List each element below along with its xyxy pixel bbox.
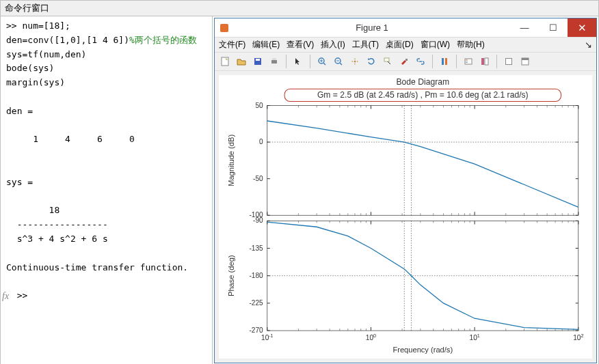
pointer-icon[interactable] bbox=[291, 54, 306, 69]
matlab-icon bbox=[219, 23, 230, 33]
minimize-button[interactable]: — bbox=[510, 18, 539, 37]
figure-titlebar[interactable]: Figure 1 — ☐ ✕ bbox=[215, 18, 596, 38]
zoom-in-icon[interactable] bbox=[315, 54, 330, 69]
hide-plot-tools-icon[interactable] bbox=[477, 54, 492, 69]
open-icon[interactable] bbox=[234, 54, 249, 69]
maximize-button[interactable]: ☐ bbox=[539, 18, 568, 37]
menu-tools[interactable]: 工具(T) bbox=[352, 39, 379, 51]
svg-text:102: 102 bbox=[573, 333, 583, 341]
svg-point-13 bbox=[354, 61, 356, 63]
svg-rect-18 bbox=[445, 58, 447, 65]
svg-text:0: 0 bbox=[259, 138, 263, 145]
console-output: ----------------- bbox=[6, 219, 108, 229]
fx-prompt-icon: fx bbox=[2, 289, 9, 304]
svg-rect-1 bbox=[222, 57, 228, 66]
svg-rect-17 bbox=[442, 58, 444, 65]
command-window[interactable]: >> num=[18]; den=conv([1,0],[1 4 6])%两个括… bbox=[1, 16, 213, 364]
link-icon[interactable] bbox=[413, 54, 428, 69]
plot-canvas[interactable]: Bode DiagramGm = 2.5 dB (at 2.45 rad/s) … bbox=[219, 75, 592, 359]
svg-text:Frequency  (rad/s): Frequency (rad/s) bbox=[392, 346, 453, 354]
svg-rect-0 bbox=[220, 24, 228, 32]
plot-container: Bode DiagramGm = 2.5 dB (at 2.45 rad/s) … bbox=[215, 71, 596, 363]
svg-rect-14 bbox=[384, 58, 389, 61]
rotate-icon[interactable] bbox=[364, 54, 379, 69]
toolbar bbox=[215, 53, 596, 71]
menu-edit[interactable]: 编辑(E) bbox=[252, 39, 280, 51]
svg-text:100: 100 bbox=[366, 333, 376, 341]
insert-colorbar-icon[interactable] bbox=[437, 54, 452, 69]
svg-rect-23 bbox=[485, 58, 488, 65]
menu-dock-icon[interactable]: ↘ bbox=[585, 40, 592, 50]
insert-legend-icon[interactable] bbox=[461, 54, 476, 69]
svg-text:Gm = 2.5 dB (at 2.45 rad/s) , : Gm = 2.5 dB (at 2.45 rad/s) , Pm = 10.6 … bbox=[317, 90, 529, 100]
svg-rect-19 bbox=[465, 59, 472, 64]
console-prompt: >> bbox=[17, 290, 28, 300]
close-button[interactable]: ✕ bbox=[568, 18, 596, 37]
svg-text:-50: -50 bbox=[253, 175, 263, 182]
zoom-out-icon[interactable] bbox=[331, 54, 346, 69]
svg-text:50: 50 bbox=[255, 102, 263, 109]
svg-text:Phase (deg): Phase (deg) bbox=[227, 255, 235, 296]
svg-text:Bode Diagram: Bode Diagram bbox=[397, 77, 450, 87]
svg-text:-180: -180 bbox=[249, 272, 263, 279]
svg-text:-90: -90 bbox=[253, 216, 263, 224]
new-figure-icon[interactable] bbox=[217, 54, 232, 69]
svg-text:-135: -135 bbox=[249, 244, 263, 252]
console-line: >> num=[18]; bbox=[6, 20, 70, 31]
svg-rect-31 bbox=[267, 105, 578, 215]
menu-help[interactable]: 帮助(H) bbox=[457, 39, 485, 51]
svg-line-7 bbox=[323, 63, 325, 65]
dock-figure-icon[interactable] bbox=[518, 54, 533, 69]
svg-text:10-1: 10-1 bbox=[261, 333, 274, 341]
menu-file[interactable]: 文件(F) bbox=[219, 39, 245, 51]
console-line: bode(sys) bbox=[6, 63, 54, 73]
console-output: sys = bbox=[6, 177, 33, 187]
show-plot-tools-icon[interactable] bbox=[501, 54, 516, 69]
figure-window: Figure 1 — ☐ ✕ 文件(F) 编辑(E) 查看(V) 插入(I) 工… bbox=[214, 18, 597, 363]
main-split: >> num=[18]; den=conv([1,0],[1 4 6])%两个括… bbox=[0, 16, 599, 364]
command-window-title: 命令行窗口 bbox=[0, 0, 599, 16]
svg-rect-4 bbox=[271, 60, 277, 64]
console-output: den = bbox=[6, 106, 33, 116]
svg-line-11 bbox=[340, 63, 342, 65]
svg-text:101: 101 bbox=[470, 333, 480, 341]
console-line: sys=tf(num,den) bbox=[6, 49, 86, 59]
brush-icon[interactable] bbox=[397, 54, 412, 69]
figure-title: Figure 1 bbox=[234, 23, 510, 33]
data-cursor-icon[interactable] bbox=[380, 54, 395, 69]
svg-rect-22 bbox=[481, 58, 484, 65]
menu-window[interactable]: 窗口(W) bbox=[421, 39, 450, 51]
bode-plot: Bode DiagramGm = 2.5 dB (at 2.45 rad/s) … bbox=[219, 75, 592, 359]
console-line: margin(sys) bbox=[6, 77, 65, 87]
console-output: Continuous-time transfer function. bbox=[6, 262, 188, 272]
console-comment: %两个括号的函数 bbox=[129, 35, 197, 45]
console-line: den=conv([1,0],[1 4 6]) bbox=[6, 35, 129, 45]
svg-rect-16 bbox=[405, 59, 408, 61]
menu-desktop[interactable]: 桌面(D) bbox=[386, 39, 414, 51]
print-icon[interactable] bbox=[267, 54, 282, 69]
svg-rect-3 bbox=[256, 59, 260, 61]
svg-text:-225: -225 bbox=[249, 299, 263, 307]
save-icon[interactable] bbox=[250, 54, 265, 69]
console-output: 1 4 6 0 bbox=[6, 134, 135, 144]
menu-insert[interactable]: 插入(I) bbox=[321, 39, 345, 51]
svg-line-15 bbox=[388, 61, 390, 64]
pan-icon[interactable] bbox=[347, 54, 362, 69]
svg-rect-27 bbox=[522, 58, 529, 60]
menu-view[interactable]: 查看(V) bbox=[287, 39, 314, 51]
console-output: s^3 + 4 s^2 + 6 s bbox=[6, 234, 108, 244]
svg-rect-25 bbox=[506, 59, 511, 64]
svg-text:-270: -270 bbox=[249, 326, 263, 334]
svg-rect-5 bbox=[272, 58, 276, 60]
menu-bar: 文件(F) 编辑(E) 查看(V) 插入(I) 工具(T) 桌面(D) 窗口(W… bbox=[215, 38, 596, 53]
console-output: 18 bbox=[6, 205, 59, 215]
svg-text:Magnitude (dB): Magnitude (dB) bbox=[227, 135, 235, 186]
